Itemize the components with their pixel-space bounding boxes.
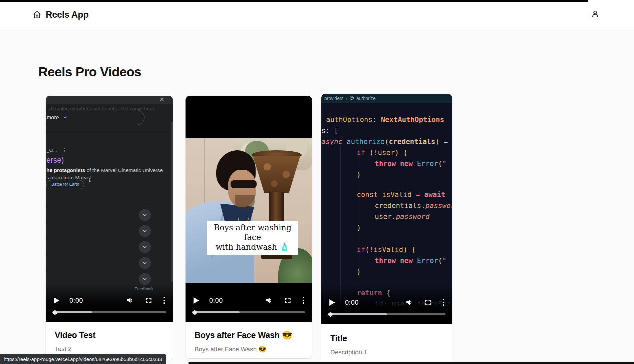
buffered-bar [52, 311, 92, 313]
recorded-accordion-row [46, 223, 151, 239]
status-url-bubble: https://reels-app-rouge.vercel.app/video… [0, 354, 166, 364]
man-beard [235, 195, 255, 209]
recorded-more-filter-pill: more [46, 110, 144, 125]
progress-thumb[interactable] [53, 310, 57, 315]
recorded-accordion-row [46, 255, 151, 271]
chevron-down-icon [139, 225, 151, 237]
progress-bar[interactable] [192, 311, 305, 313]
code-line: s: [ [321, 125, 452, 136]
recorded-close-icon: ✕ [160, 96, 164, 103]
buffered-bar [328, 313, 387, 315]
overflow-menu-button[interactable] [443, 299, 444, 306]
code-line: } [321, 266, 452, 277]
chevron-down-icon [139, 273, 151, 285]
recorded-more-label: more [47, 115, 59, 121]
overflow-menu-button[interactable] [164, 297, 165, 304]
symbol-cube-icon [350, 96, 354, 101]
volume-button[interactable] [265, 296, 273, 304]
video-description: Test 2 [55, 345, 164, 353]
reel-caption: Boys after washing face with handwash 🧴 [207, 221, 298, 255]
app-header: Reels App [0, 0, 634, 29]
text-cursor-artifact: I [89, 177, 91, 183]
overflow-menu-button[interactable] [303, 297, 304, 304]
recorded-snippet-rest: of the Marvel Cinematic Universe [85, 167, 163, 173]
time-display: 0:00 [345, 299, 359, 306]
page-title: Reels Pro Videos [38, 65, 141, 79]
volume-button[interactable] [126, 296, 134, 304]
code-line: user.password [321, 211, 452, 222]
user-icon [591, 10, 599, 19]
time-display: 0:00 [69, 297, 83, 304]
recorded-divider [46, 132, 173, 132]
play-button[interactable] [194, 297, 199, 304]
reel-frame: Boys after washing face with handwash 🧴 [186, 138, 312, 283]
sunglasses [231, 180, 257, 188]
video-player-3[interactable]: providers › authorize authOptions: NextA… [321, 94, 452, 324]
video-title: Title [330, 334, 443, 343]
progress-bar[interactable] [52, 311, 166, 313]
buffered-bar [192, 311, 240, 313]
code-line: authOptions: NextAuthOptions [321, 114, 452, 125]
fullscreen-button[interactable] [145, 297, 152, 304]
play-button[interactable] [329, 299, 335, 306]
recorded-accordion-row [46, 239, 151, 255]
player-controls: 0:00 [321, 297, 452, 308]
video-title: Video Test [55, 330, 164, 340]
kebab-menu-icon: ⋮ [62, 147, 67, 153]
breadcrumb-root: providers [324, 96, 344, 101]
code-line: throw new Error(" [321, 158, 452, 169]
player-controls: 0:00 [46, 295, 173, 306]
video-description: Boys after Face Wash 😎 [195, 345, 303, 353]
window-bottom-edge [189, 362, 634, 364]
caption-line-2: with handwash 🧴 [208, 242, 297, 252]
code-line: if(!isValid) { [321, 244, 452, 255]
caption-line-1: Boys after washing face [208, 223, 297, 242]
time-display: 0:00 [209, 297, 223, 304]
chevron-right-icon: › [346, 96, 347, 101]
video-card-3[interactable]: providers › authorize authOptions: NextA… [321, 94, 452, 364]
code-line: const isValid = await [321, 189, 452, 200]
recorded-accordion-list [46, 207, 151, 287]
breadcrumb-symbol: authorize [356, 96, 376, 101]
user-menu-button[interactable] [591, 10, 599, 19]
code-line: credentials.password [321, 200, 452, 211]
code-line: if (!user) { [321, 147, 452, 158]
chevron-down-icon [62, 115, 68, 120]
recorded-chip-battle-for-earth: Battle for Earth [46, 180, 84, 189]
recorded-snippet-bold: he protagonists [46, 167, 85, 173]
video-card-1[interactable]: ✕ changing members into bonob... the com… [46, 96, 173, 361]
fullscreen-button[interactable] [284, 297, 291, 304]
chevron-down-icon [139, 209, 151, 221]
chevron-down-icon [139, 241, 151, 253]
progress-bar[interactable] [328, 313, 445, 315]
video-card-2[interactable]: Boys after washing face with handwash 🧴 … [186, 96, 312, 358]
code-line: throw new Error(" [321, 255, 452, 266]
video-description: Description 1 [330, 349, 443, 356]
code-line: ) [321, 222, 452, 233]
home-icon [33, 10, 41, 19]
window-top-edge [0, 0, 588, 2]
recorded-scrollbar [172, 122, 173, 282]
progress-thumb[interactable] [193, 310, 197, 315]
recorded-editor-breadcrumb: providers › authorize [321, 94, 452, 103]
video-player-2[interactable]: Boys after washing face with handwash 🧴 … [186, 96, 312, 322]
progress-thumb[interactable] [328, 312, 333, 317]
recorded-breadcrumb-text: _Ci... [47, 148, 57, 153]
recorded-accordion-row [46, 207, 151, 223]
code-line: async authorize(credentials) = [321, 136, 452, 147]
volume-button[interactable] [405, 298, 413, 306]
recorded-result-link: erse) [46, 156, 64, 165]
recorded-snippet-line1: he protagonists of the Marvel Cinematic … [46, 167, 163, 173]
app-title: Reels App [46, 9, 88, 20]
player-controls: 0:00 [186, 295, 312, 306]
recorded-result-meta: _Ci... ⋮ [47, 147, 67, 153]
app-logo-link[interactable]: Reels App [33, 9, 88, 20]
play-button[interactable] [54, 297, 59, 304]
chevron-down-icon [139, 257, 151, 269]
code-line: } [321, 169, 452, 180]
fullscreen-button[interactable] [424, 299, 431, 306]
video-player-1[interactable]: ✕ changing members into bonob... the com… [46, 96, 173, 322]
recorded-tab-divider [168, 97, 168, 103]
video-title: Boys after Face Wash 😎 [195, 330, 303, 340]
recorded-browser-tabstrip: ✕ [46, 96, 173, 104]
